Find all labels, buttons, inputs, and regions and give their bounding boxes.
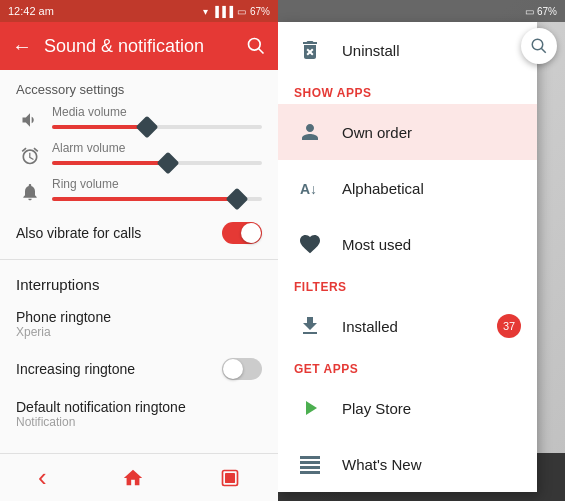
page-title: Sound & notification: [44, 36, 246, 57]
whats-new-icon: [294, 448, 326, 480]
most-used-label: Most used: [342, 236, 411, 253]
divider-1: [0, 259, 278, 260]
installed-icon: [294, 310, 326, 342]
accessory-section-header: Accessory settings: [0, 70, 278, 101]
most-used-item[interactable]: Most used: [278, 216, 537, 272]
svg-rect-3: [225, 473, 235, 483]
phone-ringtone-value: Xperia: [16, 325, 262, 339]
svg-rect-7: [300, 456, 320, 459]
default-notification-value: Notification: [16, 415, 262, 429]
svg-point-0: [249, 39, 261, 51]
svg-rect-10: [300, 471, 320, 474]
status-time: 12:42 am: [8, 5, 54, 17]
svg-line-1: [259, 49, 264, 54]
most-used-icon: [294, 228, 326, 260]
play-store-item[interactable]: Play Store: [278, 380, 537, 436]
media-volume-label: Media volume: [52, 105, 262, 119]
search-button-right[interactable]: [521, 28, 557, 64]
alarm-volume-label: Alarm volume: [52, 141, 262, 155]
svg-rect-9: [300, 466, 320, 469]
battery-icon: ▭: [237, 6, 246, 17]
home-nav-button[interactable]: [98, 459, 168, 497]
svg-point-4: [532, 39, 543, 50]
uninstall-icon: [294, 34, 326, 66]
uninstall-label: Uninstall: [342, 42, 400, 59]
installed-item[interactable]: Installed 37: [278, 298, 537, 354]
interruptions-header: Interruptions: [0, 264, 278, 301]
recents-nav-button[interactable]: [196, 460, 264, 496]
own-order-icon: [294, 116, 326, 148]
own-order-label: Own order: [342, 124, 412, 141]
bottom-nav: ‹: [0, 453, 278, 501]
increasing-ringtone-label: Increasing ringtone: [16, 361, 222, 377]
alphabetical-icon: A↓: [294, 172, 326, 204]
svg-rect-8: [300, 461, 320, 464]
left-panel: 12:42 am ▾ ▐▐▐ ▭ 67% ← Sound & notificat…: [0, 0, 278, 501]
play-store-icon: [294, 392, 326, 424]
whats-new-label: What's New: [342, 456, 422, 473]
increasing-ringtone-toggle[interactable]: [222, 358, 262, 380]
own-order-item[interactable]: Own order: [278, 104, 537, 160]
media-volume-icon: [16, 110, 44, 130]
phone-ringtone-row[interactable]: Phone ringtone Xperia: [0, 301, 278, 347]
ring-volume-label: Ring volume: [52, 177, 262, 191]
alphabetical-label: Alphabetical: [342, 180, 424, 197]
vibrate-calls-toggle[interactable]: [222, 222, 262, 244]
wifi-icon: ▾: [203, 6, 208, 17]
dropdown-menu: Uninstall SHOW APPS Own order A↓ Alphabe…: [278, 22, 537, 492]
status-icons: ▾ ▐▐▐ ▭ 67%: [203, 6, 270, 17]
filters-section: FILTERS: [278, 272, 537, 298]
get-apps-section: GET APPS: [278, 354, 537, 380]
settings-content: Accessory settings Media volume: [0, 70, 278, 453]
signal-icon: ▐▐▐: [212, 6, 233, 17]
back-nav-button[interactable]: ‹: [14, 454, 71, 501]
installed-badge: 37: [497, 314, 521, 338]
ring-volume-icon: [16, 182, 44, 202]
toolbar: ← Sound & notification: [0, 22, 278, 70]
whats-new-item[interactable]: What's New: [278, 436, 537, 492]
vibrate-calls-row: Also vibrate for calls: [0, 211, 278, 255]
alarm-volume-icon: [16, 146, 44, 166]
svg-line-5: [541, 48, 546, 53]
battery-icon-right: ▭ 67%: [525, 6, 557, 17]
right-panel: ▭ 67% Uninstall SHOW APPS: [278, 0, 565, 501]
status-bar-right: ▭ 67%: [278, 0, 565, 22]
search-button[interactable]: [246, 36, 266, 56]
default-notification-label: Default notification ringtone: [16, 399, 262, 415]
back-button[interactable]: ←: [12, 35, 32, 58]
alphabetical-item[interactable]: A↓ Alphabetical: [278, 160, 537, 216]
status-bar: 12:42 am ▾ ▐▐▐ ▭ 67%: [0, 0, 278, 22]
svg-text:A↓: A↓: [300, 181, 317, 197]
increasing-ringtone-row[interactable]: Increasing ringtone: [0, 347, 278, 391]
ring-volume-slider[interactable]: [52, 197, 262, 201]
phone-ringtone-label: Phone ringtone: [16, 309, 262, 325]
installed-label: Installed: [342, 318, 398, 335]
vibrate-calls-label: Also vibrate for calls: [16, 225, 222, 241]
default-notification-row[interactable]: Default notification ringtone Notificati…: [0, 391, 278, 437]
alarm-volume-slider[interactable]: [52, 161, 262, 165]
play-store-label: Play Store: [342, 400, 411, 417]
battery-percent: 67%: [250, 6, 270, 17]
show-apps-section: SHOW APPS: [278, 78, 537, 104]
uninstall-item[interactable]: Uninstall: [278, 22, 537, 78]
media-volume-slider[interactable]: [52, 125, 262, 129]
